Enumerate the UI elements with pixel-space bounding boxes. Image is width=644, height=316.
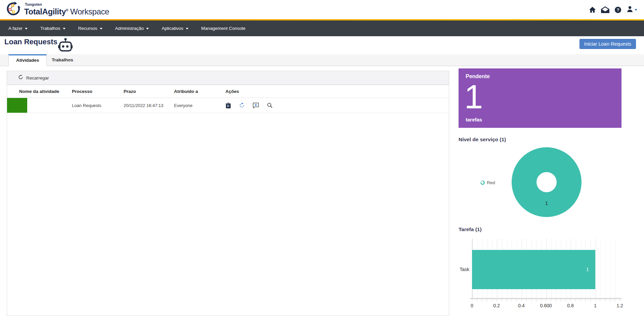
task-bar[interactable] (472, 250, 595, 289)
svg-text:?: ? (616, 7, 619, 12)
nav-label: A fazer (8, 26, 23, 31)
nav-label: Recursos (78, 26, 97, 31)
service-level-donut-chart[interactable]: 1 (512, 147, 582, 217)
pending-summary-card[interactable]: Pendente 1 tarefas (459, 68, 621, 128)
col-header-assigned-to: Atribuído a (174, 89, 225, 94)
nav-item-aplicativos[interactable]: Aplicativos (162, 26, 188, 31)
nav-item-a-fazer[interactable]: A fazer (8, 26, 28, 31)
due-date-cell: 20/11/2022 16:47:13 (124, 103, 174, 108)
x-tick-label: 0.8 (567, 303, 573, 308)
tab-trabalhos[interactable]: Trabalhos (44, 54, 81, 66)
brand-name: TotalAgility (24, 7, 66, 16)
chevron-down-icon (186, 28, 188, 30)
nav-label: Trabalhos (40, 26, 60, 31)
col-header-activity-name: Nome da atividade (7, 89, 72, 94)
bar-value-label: 1 (586, 267, 589, 272)
totalagility-logo-icon (4, 1, 21, 19)
tab-strip: Atividades Trabalhos (0, 54, 644, 66)
x-axis-ticks (472, 299, 620, 302)
x-tick-label: 0 (471, 303, 473, 308)
x-tick-label: 0.600 (540, 303, 552, 308)
user-menu[interactable] (627, 6, 637, 14)
workspace-page: Tungsten TotalAgility®Workspace (0, 0, 644, 316)
service-level-chart-title: Nível de serviço (1) (459, 137, 506, 143)
brand-text: Tungsten TotalAgility®Workspace (24, 1, 109, 16)
tab-atividades[interactable]: Atividades (8, 54, 47, 66)
bar-category-label: Task (445, 267, 469, 272)
user-icon (627, 6, 633, 14)
row-actions (225, 102, 449, 109)
assigned-to-cell: Everyone (174, 103, 225, 108)
header-icon-bar: ? (589, 6, 637, 14)
mail-icon[interactable] (601, 6, 609, 13)
nav-item-administracao[interactable]: Administração (115, 26, 149, 31)
reset-activity-icon[interactable] (239, 102, 245, 108)
chevron-down-icon (63, 28, 66, 30)
x-tick-label: 0.4 (518, 303, 524, 308)
open-activity-icon[interactable] (225, 102, 231, 109)
priority-status-bar (7, 98, 27, 113)
chevron-down-icon (100, 28, 102, 30)
col-header-process: Processo (72, 89, 124, 94)
x-tick-label: 1 (594, 303, 597, 308)
brand[interactable]: Tungsten TotalAgility®Workspace (4, 1, 109, 19)
view-details-icon[interactable] (267, 102, 273, 108)
col-header-due-date: Prazo (124, 89, 174, 94)
nav-item-trabalhos[interactable]: Trabalhos (40, 26, 66, 31)
reload-label: Recarregar (26, 75, 49, 81)
main-nav: A fazer Trabalhos Recursos Administração… (0, 20, 644, 36)
nav-label: Administração (115, 26, 144, 31)
donut-legend-item[interactable]: Red (480, 180, 495, 185)
page-title: Loan Requests (4, 38, 57, 46)
chevron-down-icon (25, 28, 28, 30)
legend-label: Red (487, 180, 495, 185)
nav-item-management-console[interactable]: Management Console (201, 26, 246, 31)
reload-icon (18, 74, 23, 81)
donut-hole (536, 172, 557, 192)
add-note-icon[interactable] (253, 102, 259, 108)
legend-ring-icon (479, 179, 485, 186)
brand-suffix: Workspace (70, 7, 109, 16)
nav-item-recursos[interactable]: Recursos (78, 26, 102, 31)
nav-label: Management Console (201, 26, 246, 31)
task-chart-title: Tarefa (1) (459, 226, 482, 232)
table-row: Task Loan Requests 20/11/2022 16:47:13 E… (7, 98, 449, 113)
reload-button[interactable]: Recarregar (7, 71, 449, 85)
chevron-down-icon (146, 28, 149, 30)
pending-card-unit: tarefas (466, 117, 482, 122)
robot-icon (57, 38, 73, 54)
nav-label: Aplicativos (162, 26, 183, 31)
start-loan-requests-button[interactable]: Iniciar Loan Requests (579, 39, 636, 49)
table-header-row: Nome da atividade Processo Prazo Atribuí… (7, 85, 449, 98)
brand-tungsten: Tungsten (25, 3, 109, 7)
x-tick-label: 0.2 (493, 303, 500, 308)
activities-table: Recarregar Nome da atividade Processo Pr… (7, 71, 449, 316)
process-cell: Loan Requests (72, 103, 124, 108)
col-header-actions: Ações (225, 89, 449, 94)
help-icon[interactable]: ? (614, 6, 621, 13)
home-icon[interactable] (589, 6, 596, 13)
registered-mark: ® (66, 8, 68, 12)
chevron-down-icon (635, 9, 637, 11)
donut-value-label: 1 (512, 200, 582, 206)
pending-card-count: 1 (464, 80, 482, 113)
x-tick-label: 1.2 (616, 303, 623, 308)
app-header: Tungsten TotalAgility®Workspace (0, 0, 644, 19)
